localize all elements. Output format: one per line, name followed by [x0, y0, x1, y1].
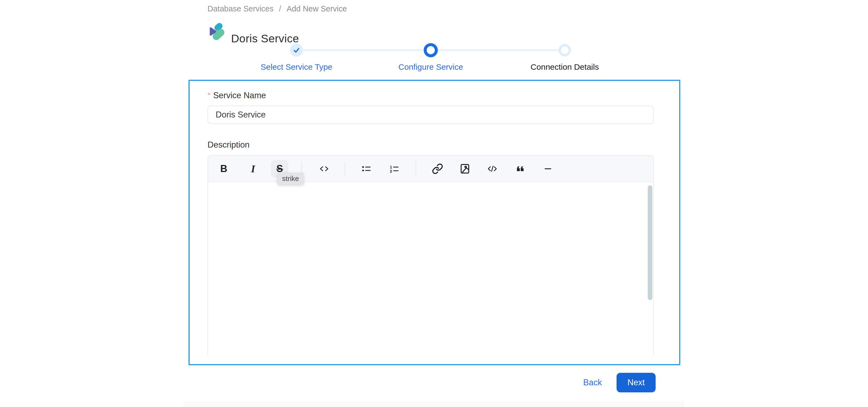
code-block-button[interactable] — [484, 160, 501, 178]
back-button[interactable]: Back — [583, 378, 602, 387]
step-label-select-service-type[interactable]: Select Service Type — [229, 62, 364, 72]
check-icon — [293, 46, 300, 54]
inline-code-icon — [318, 163, 330, 175]
step-1-completed-circle[interactable] — [290, 44, 303, 57]
page-title: Doris Service — [231, 32, 299, 45]
horizontal-rule-icon — [542, 163, 554, 175]
code-block-icon — [487, 163, 498, 175]
horizontal-rule-button[interactable] — [539, 160, 557, 178]
italic-button[interactable]: I — [244, 160, 262, 178]
breadcrumb-database-services[interactable]: Database Services — [208, 4, 273, 13]
description-editor-content[interactable] — [208, 182, 653, 357]
bullet-list-button[interactable] — [358, 160, 375, 178]
blockquote-icon — [515, 163, 526, 175]
stepper-connector-2 — [438, 50, 558, 51]
next-button[interactable]: Next — [617, 373, 656, 393]
next-section-edge — [183, 401, 685, 407]
step-2-active-circle[interactable] — [424, 43, 438, 57]
breadcrumb-separator: / — [279, 4, 281, 13]
description-editor: B I S — [208, 155, 654, 357]
toolbar-divider — [415, 162, 416, 176]
toolbar-divider — [344, 162, 345, 176]
strike-tooltip: strike — [277, 173, 304, 185]
add-new-service-page: Database Services / Add New Service Dori… — [0, 0, 868, 407]
doris-logo-icon — [208, 23, 226, 41]
svg-text:1: 1 — [390, 165, 392, 169]
description-label: Description — [208, 140, 250, 150]
ordered-list-button[interactable]: 1 2 — [386, 160, 403, 178]
image-icon — [459, 163, 471, 175]
breadcrumb-add-new-service: Add New Service — [286, 4, 347, 13]
editor-scrollbar-thumb[interactable] — [648, 185, 652, 300]
ordered-list-icon: 1 2 — [389, 163, 400, 175]
svg-text:2: 2 — [390, 169, 392, 174]
stepper-connector-1 — [303, 50, 424, 51]
step-3-pending-circle — [558, 44, 571, 57]
link-button[interactable] — [429, 160, 446, 178]
bold-button[interactable]: B — [215, 160, 232, 178]
service-name-label: *Service Name — [208, 91, 266, 100]
inline-code-button[interactable] — [315, 160, 333, 178]
blockquote-button[interactable] — [512, 160, 529, 178]
required-asterisk: * — [208, 91, 211, 99]
bullet-list-icon — [361, 163, 372, 175]
step-label-configure-service[interactable]: Configure Service — [363, 62, 499, 72]
service-name-input[interactable] — [208, 105, 654, 124]
bold-icon: B — [220, 163, 227, 175]
link-icon — [432, 163, 443, 175]
step-label-connection-details: Connection Details — [497, 62, 632, 72]
breadcrumb: Database Services / Add New Service — [208, 4, 347, 13]
image-button[interactable] — [456, 160, 474, 178]
italic-icon: I — [251, 163, 255, 175]
editor-toolbar: B I S — [208, 156, 653, 182]
